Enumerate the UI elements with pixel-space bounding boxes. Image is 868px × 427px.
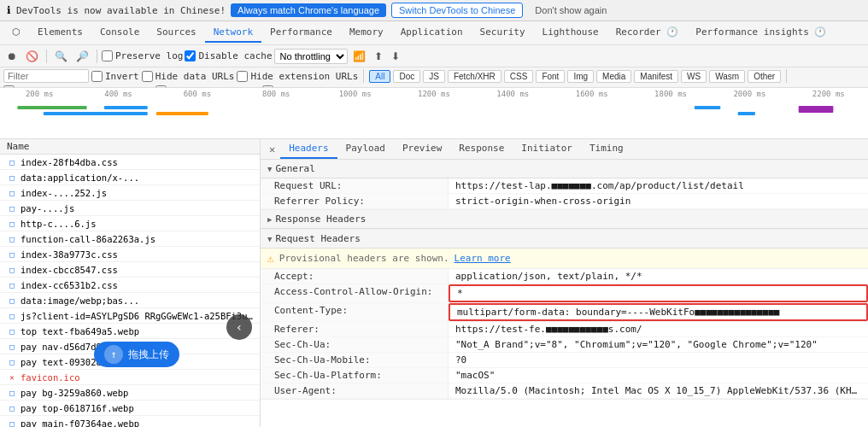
tab-lighthouse[interactable]: Lighthouse	[534, 23, 607, 43]
invert-checkbox[interactable]: Invert	[91, 71, 139, 82]
search-button[interactable]: 🔎	[73, 49, 92, 64]
filter-type-js[interactable]: JS	[423, 70, 445, 83]
file-icon: □	[7, 157, 17, 167]
tab-memory[interactable]: Memory	[341, 23, 392, 43]
user-agent-key: User-Agent:	[261, 383, 449, 398]
tab-headers[interactable]: Headers	[280, 139, 337, 159]
filter-button[interactable]: 🔍	[51, 49, 71, 64]
tab-timing[interactable]: Timing	[581, 139, 632, 159]
list-item[interactable]: □ index-28fb4dba.css	[0, 155, 260, 170]
filter-type-wasm[interactable]: Wasm	[709, 70, 745, 83]
learn-more-link[interactable]: Learn more	[455, 253, 511, 264]
file-name: data:image/webp;bas...	[21, 295, 253, 306]
tab-performance[interactable]: Performance	[261, 23, 341, 43]
tab-preview[interactable]: Preview	[394, 139, 450, 159]
sec-ch-ua-value: "Not_A Brand";v="8", "Chromium";v="120",…	[449, 337, 868, 352]
main-layout: ‹ ↑ 拖拽上传 Name □ index-28fb4dba.css □ dat…	[0, 139, 868, 427]
file-name: index-38a9773c.css	[21, 249, 253, 260]
request-headers-section-header[interactable]: ▼ Request Headers	[261, 230, 868, 249]
panel-content: ▼ General Request URL: https://test-lap.…	[261, 160, 868, 427]
list-item[interactable]: □ pay_main-f07364ae.webp	[0, 416, 260, 427]
list-item[interactable]: □ http-c....6.js	[0, 216, 260, 231]
filter-type-ws[interactable]: WS	[681, 70, 707, 83]
separator-filter-2	[786, 69, 787, 83]
list-item[interactable]: □ pay-....js	[0, 201, 260, 216]
filter-input[interactable]	[3, 69, 89, 83]
tab-initiator[interactable]: Initiator	[513, 139, 581, 159]
list-item[interactable]: □ index-cbcc8547.css	[0, 262, 260, 278]
disable-cache-checkbox[interactable]: Disable cache	[185, 50, 272, 61]
filter-type-fetch[interactable]: Fetch/XHR	[448, 70, 501, 83]
devtools-tab-bar: ⬡ Elements Console Sources Network Perfo…	[0, 21, 868, 45]
filter-type-media[interactable]: Media	[596, 70, 631, 83]
sec-ch-ua-platform-row: Sec-Ch-Ua-Platform: "macOS"	[261, 368, 868, 383]
back-button[interactable]: ‹	[226, 314, 252, 340]
sec-ch-ua-key: Sec-Ch-Ua:	[261, 337, 449, 352]
list-item[interactable]: □ index-38a9773c.css	[0, 247, 260, 262]
timeline-labels: 200 ms 400 ms 600 ms 800 ms 1000 ms 1200…	[0, 90, 868, 98]
tab-response[interactable]: Response	[450, 139, 513, 159]
response-headers-section-header[interactable]: ▶ Response Headers	[261, 210, 868, 229]
hide-extension-urls-checkbox[interactable]: Hide extension URLs	[237, 71, 358, 82]
tab-performance-insights[interactable]: Performance insights 🕐	[687, 23, 835, 43]
tab-elements[interactable]: Elements	[29, 23, 91, 43]
list-item[interactable]: □ data:application/x-...	[0, 170, 260, 185]
tab-icon[interactable]: ⬡	[3, 23, 29, 43]
accept-value: application/json, text/plain, */*	[449, 269, 868, 284]
sec-ch-ua-platform-key: Sec-Ch-Ua-Platform:	[261, 368, 449, 383]
online-button[interactable]: 📶	[349, 49, 369, 64]
hide-data-urls-checkbox[interactable]: Hide data URLs	[142, 71, 235, 82]
filter-type-manifest[interactable]: Manifest	[634, 70, 678, 83]
sec-ch-ua-mobile-row: Sec-Ch-Ua-Mobile: ?0	[261, 353, 868, 368]
switch-devtools-chinese-button[interactable]: Switch DevTools to Chinese	[391, 3, 523, 18]
always-match-language-button[interactable]: Always match Chrome's language	[231, 3, 386, 17]
upload-label: 拖拽上传	[128, 348, 169, 362]
file-name: pay_bg-3259a860.webp	[21, 388, 253, 398]
timeline-label-1600: 1600 ms	[553, 90, 631, 98]
file-name: js?client-id=ASYLPgSD6_RRgGGwEWc1-a25BFi…	[21, 311, 253, 321]
tab-payload[interactable]: Payload	[337, 139, 394, 159]
throttling-select[interactable]: No throttling	[274, 49, 348, 64]
list-item[interactable]: □ data:image/webp;bas...	[0, 293, 260, 308]
separator-filter	[363, 69, 364, 83]
list-item[interactable]: □ index-....252.js	[0, 185, 260, 201]
clear-button[interactable]: 🚫	[22, 49, 42, 64]
filter-type-all[interactable]: All	[369, 70, 390, 83]
general-section-header[interactable]: ▼ General	[261, 160, 868, 178]
filter-type-doc[interactable]: Doc	[393, 70, 420, 83]
tab-sources[interactable]: Sources	[148, 23, 204, 43]
list-item[interactable]: □ pay_bg-3259a860.webp	[0, 385, 260, 401]
tab-security[interactable]: Security	[472, 23, 534, 43]
upload-overlay[interactable]: ↑ 拖拽上传	[94, 342, 179, 367]
tab-console[interactable]: Console	[91, 23, 148, 43]
tab-recorder[interactable]: Recorder 🕐	[607, 23, 688, 43]
import-button[interactable]: ⬆	[371, 49, 386, 64]
chevron-down-icon-2: ▼	[267, 235, 272, 243]
export-button[interactable]: ⬇	[388, 49, 403, 64]
list-item[interactable]: □ pay_top-0618716f.webp	[0, 401, 260, 416]
list-item[interactable]: □ index-cc6531b2.css	[0, 278, 260, 293]
tab-network[interactable]: Network	[205, 23, 261, 43]
file-name: function-call-86a2263a.js	[21, 234, 253, 244]
referrer-policy-value: strict-origin-when-cross-origin	[449, 194, 868, 208]
user-agent-value: Mozilla/5.0 (Macintosh; Intel Mac OS X 1…	[449, 383, 868, 398]
file-icon: □	[7, 234, 17, 244]
timeline-label-600: 600 ms	[158, 90, 237, 98]
list-item[interactable]: ✕ favicon.ico	[0, 370, 260, 385]
dont-show-again-button[interactable]: Don't show again	[528, 3, 613, 17]
record-button[interactable]: ⏺	[3, 49, 21, 64]
accept-row: Accept: application/json, text/plain, */…	[261, 269, 868, 284]
filter-type-other[interactable]: Other	[748, 70, 781, 83]
filter-type-css[interactable]: CSS	[504, 70, 534, 83]
panel-close-button[interactable]: ✕	[264, 140, 280, 159]
list-item[interactable]: □ function-call-86a2263a.js	[0, 231, 260, 247]
filter-type-font[interactable]: Font	[536, 70, 565, 83]
preserve-log-checkbox[interactable]: Preserve log	[102, 50, 183, 61]
filter-type-img[interactable]: Img	[567, 70, 594, 83]
svg-rect-3	[156, 112, 208, 115]
list-item[interactable]: □ js?client-id=ASYLPgSD6_RRgGGwEWc1-a25B…	[0, 308, 260, 324]
network-timeline: 200 ms 400 ms 600 ms 800 ms 1000 ms 1200…	[0, 88, 868, 139]
list-item[interactable]: □ top_text-fba649a5.webp	[0, 324, 260, 339]
file-icon: □	[7, 311, 17, 321]
tab-application[interactable]: Application	[392, 23, 472, 43]
